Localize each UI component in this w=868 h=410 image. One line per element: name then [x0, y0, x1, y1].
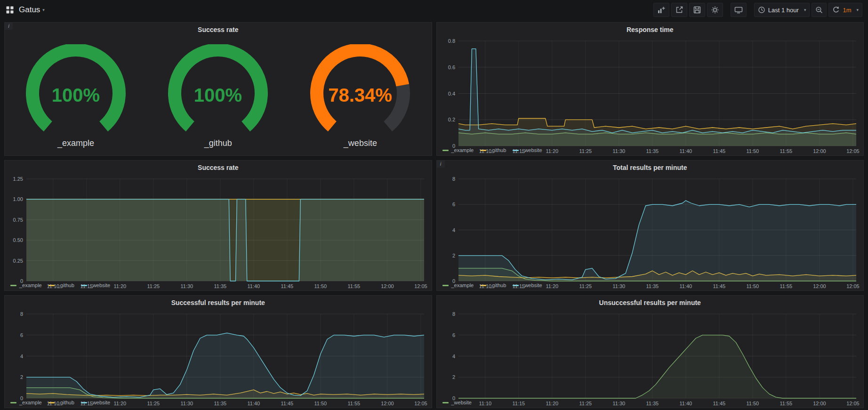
panel-title[interactable]: Successful results per minute [5, 296, 432, 310]
refresh-interval-picker[interactable]: 1m ▾ [828, 3, 862, 17]
svg-text:11:45: 11:45 [281, 283, 294, 289]
svg-text:11:30: 11:30 [180, 283, 193, 289]
panel-title[interactable]: Success rate [5, 161, 432, 175]
refresh-icon [832, 6, 840, 14]
svg-text:78.34%: 78.34% [329, 85, 393, 105]
svg-text:11:50: 11:50 [314, 401, 327, 406]
svg-text:2: 2 [452, 374, 455, 380]
series-fill-_website [458, 335, 856, 398]
svg-text:11:55: 11:55 [348, 283, 361, 289]
panel-title[interactable]: Unsuccessful results per minute [437, 296, 864, 310]
time-range-picker[interactable]: Last 1 hour ▾ [754, 3, 810, 17]
zoom-out-button[interactable] [812, 3, 827, 17]
series-fill-_website [26, 333, 424, 398]
panel-success-rate-gauges: i Success rate 100%_example100%_github78… [4, 22, 432, 156]
gauge-arc: 78.34% [294, 44, 426, 137]
add-panel-icon [657, 6, 666, 14]
panel-title[interactable]: Success rate [5, 23, 432, 37]
svg-text:0: 0 [452, 395, 455, 401]
svg-text:0.75: 0.75 [13, 217, 23, 223]
svg-text:8: 8 [452, 311, 455, 317]
panel-success-rate: Success rate 00.250.500.751.001.2511:101… [4, 160, 432, 291]
gauge-label: _example [57, 138, 94, 148]
gauge-_website: 78.34%_website [294, 44, 426, 148]
save-button[interactable] [689, 3, 705, 17]
svg-text:11:55: 11:55 [780, 283, 792, 289]
svg-text:12:05: 12:05 [846, 283, 860, 289]
svg-text:11:40: 11:40 [247, 401, 260, 406]
svg-text:12:00: 12:00 [813, 401, 826, 406]
svg-text:11:20: 11:20 [546, 283, 558, 289]
svg-text:11:45: 11:45 [713, 401, 725, 406]
svg-text:11:10: 11:10 [479, 148, 491, 154]
svg-text:2: 2 [452, 253, 455, 258]
svg-text:11:10: 11:10 [47, 401, 59, 406]
add-panel-button[interactable] [653, 3, 669, 17]
chevron-down-icon[interactable]: ▾ [42, 8, 45, 12]
svg-text:12:00: 12:00 [381, 283, 394, 289]
gauge-_github: 100%_github [152, 44, 284, 148]
svg-text:11:55: 11:55 [348, 401, 361, 406]
svg-text:8: 8 [452, 176, 455, 182]
chevron-down-icon: ▾ [804, 8, 806, 12]
svg-text:100%: 100% [194, 85, 242, 105]
panel-title[interactable]: Response time [437, 23, 864, 37]
gauge-arc: 100% [10, 44, 142, 137]
svg-text:11:40: 11:40 [679, 148, 692, 154]
gauge-arc: 100% [152, 44, 284, 137]
panel-response-time: Response time 00.20.40.60.811:1011:1511:… [436, 22, 864, 156]
gauge-label: _github [204, 138, 232, 148]
share-button[interactable] [671, 3, 687, 17]
apps-grid-icon[interactable] [6, 6, 14, 14]
settings-button[interactable] [707, 3, 723, 17]
chart-canvas[interactable]: 00.250.500.751.001.2511:1011:1511:2011:2… [5, 175, 432, 290]
svg-text:100%: 100% [52, 85, 100, 105]
svg-text:11:30: 11:30 [180, 401, 193, 406]
clock-icon [758, 6, 765, 14]
panel-info-icon[interactable]: i [437, 161, 445, 168]
save-icon [693, 6, 701, 14]
svg-text:11:25: 11:25 [579, 283, 592, 289]
svg-text:0: 0 [20, 395, 23, 401]
svg-text:11:10: 11:10 [479, 401, 491, 406]
svg-text:12:05: 12:05 [846, 148, 860, 154]
svg-text:11:20: 11:20 [113, 401, 126, 406]
svg-text:11:35: 11:35 [646, 401, 659, 406]
svg-text:12:05: 12:05 [414, 283, 427, 289]
chevron-down-icon: ▾ [856, 8, 859, 12]
svg-text:2: 2 [20, 374, 23, 380]
cycle-view-button[interactable] [731, 3, 747, 17]
svg-text:0: 0 [20, 278, 23, 284]
chart-canvas[interactable]: 0246811:1011:1511:2011:2511:3011:3511:40… [437, 175, 864, 290]
dashboard-title[interactable]: Gatus [19, 5, 40, 15]
svg-text:0: 0 [452, 143, 455, 149]
panel-info-icon[interactable]: i [5, 23, 13, 30]
svg-text:4: 4 [20, 354, 23, 359]
chart-canvas[interactable]: 0246811:1011:1511:2011:2511:3011:3511:40… [437, 310, 864, 408]
svg-text:4: 4 [452, 354, 455, 359]
svg-text:11:10: 11:10 [47, 283, 59, 289]
chart-panel-body: 0246811:1011:1511:2011:2511:3011:3511:40… [437, 310, 864, 397]
svg-text:11:20: 11:20 [113, 283, 126, 289]
panel-title[interactable]: Total results per minute [437, 161, 864, 175]
svg-text:11:25: 11:25 [579, 148, 592, 154]
svg-text:11:45: 11:45 [281, 401, 294, 406]
chart-canvas[interactable]: 00.20.40.60.811:1011:1511:2011:2511:3011… [437, 37, 864, 155]
svg-text:11:40: 11:40 [247, 283, 260, 289]
svg-text:12:05: 12:05 [846, 401, 860, 406]
svg-text:11:50: 11:50 [746, 401, 759, 406]
panel-successful-results-per-minute: Successful results per minute 0246811:10… [4, 295, 432, 408]
svg-text:11:55: 11:55 [780, 148, 792, 154]
svg-text:6: 6 [452, 332, 455, 338]
svg-text:12:00: 12:00 [381, 401, 394, 406]
panel-total-results-per-minute: i Total results per minute 0246811:1011:… [436, 160, 864, 291]
gauge-panel-body: 100%_example100%_github78.34%_website [5, 37, 432, 155]
svg-text:0.2: 0.2 [448, 117, 455, 122]
svg-text:11:35: 11:35 [646, 283, 659, 289]
chart-canvas[interactable]: 0246811:1011:1511:2011:2511:3011:3511:40… [5, 310, 432, 408]
chart-panel-body: 00.250.500.751.001.2511:1011:1511:2011:2… [5, 175, 432, 280]
svg-text:11:30: 11:30 [612, 283, 625, 289]
svg-text:11:35: 11:35 [214, 283, 226, 289]
svg-text:6: 6 [452, 201, 455, 207]
svg-text:11:40: 11:40 [679, 401, 692, 406]
